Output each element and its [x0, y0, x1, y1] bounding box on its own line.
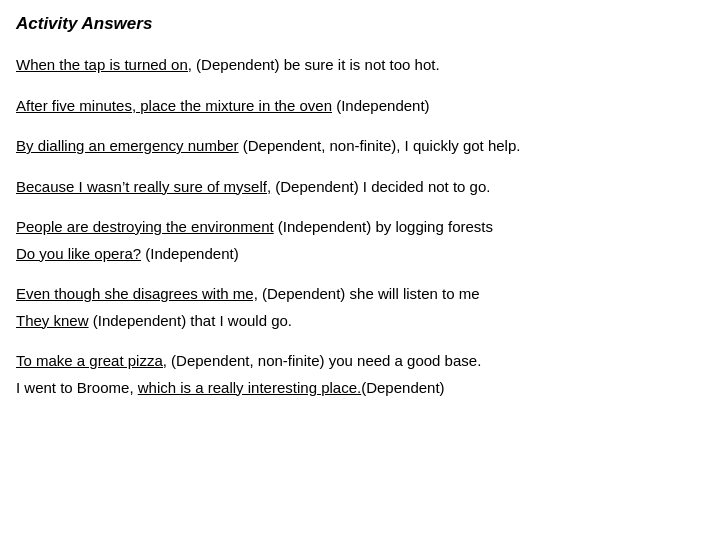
answer-line: After five minutes, place the mixture in… — [16, 95, 704, 118]
answer-clause: I went to Broome, — [16, 379, 138, 396]
answer-line: I went to Broome, which is a really inte… — [16, 377, 704, 400]
answer-block: By dialling an emergency number (Depende… — [16, 135, 704, 158]
answer-clause: (Dependent) be sure it is not too hot. — [192, 56, 440, 73]
answer-clause: (Independent) — [141, 245, 239, 262]
answer-block: Because I wasn’t really sure of myself, … — [16, 176, 704, 199]
answer-line: They knew (Independent) that I would go. — [16, 310, 704, 333]
answer-clause-underlined: Because I wasn’t really sure of myself, — [16, 178, 271, 195]
answer-clause-underlined: They knew — [16, 312, 89, 329]
answer-line: People are destroying the environment (I… — [16, 216, 704, 239]
answer-line: Because I wasn’t really sure of myself, … — [16, 176, 704, 199]
answer-clause: (Independent) — [332, 97, 430, 114]
answer-clause-underlined: Even though she disagrees with me, — [16, 285, 258, 302]
answer-clause: (Dependent) — [361, 379, 444, 396]
answer-clause-underlined: Do you like opera? — [16, 245, 141, 262]
answer-clause-underlined: People are destroying the environment — [16, 218, 274, 235]
answer-clause: (Dependent) she will listen to me — [258, 285, 480, 302]
answer-line: To make a great pizza, (Dependent, non-f… — [16, 350, 704, 373]
answer-block: When the tap is turned on, (Dependent) b… — [16, 54, 704, 77]
answer-block: People are destroying the environment (I… — [16, 216, 704, 265]
answer-block: Even though she disagrees with me, (Depe… — [16, 283, 704, 332]
answer-line: Do you like opera? (Independent) — [16, 243, 704, 266]
answer-block: To make a great pizza, (Dependent, non-f… — [16, 350, 704, 399]
page-title: Activity Answers — [16, 14, 704, 34]
answer-clause: (Dependent) I decided not to go. — [271, 178, 490, 195]
answer-clause: (Independent) by logging forests — [274, 218, 493, 235]
answer-clause: (Dependent, non-finite) you need a good … — [167, 352, 481, 369]
answer-line: When the tap is turned on, (Dependent) b… — [16, 54, 704, 77]
answer-clause-underlined: To make a great pizza, — [16, 352, 167, 369]
answer-clause-underlined: After five minutes, place the mixture in… — [16, 97, 332, 114]
answer-clause-underlined: By dialling an emergency number — [16, 137, 239, 154]
answer-clause-underlined: which is a really interesting place. — [138, 379, 361, 396]
answer-clause: (Dependent, non-finite), I quickly got h… — [239, 137, 521, 154]
answer-clause-underlined: When the tap is turned on, — [16, 56, 192, 73]
answer-line: Even though she disagrees with me, (Depe… — [16, 283, 704, 306]
answer-clause: (Independent) that I would go. — [89, 312, 292, 329]
answer-block: After five minutes, place the mixture in… — [16, 95, 704, 118]
answer-line: By dialling an emergency number (Depende… — [16, 135, 704, 158]
